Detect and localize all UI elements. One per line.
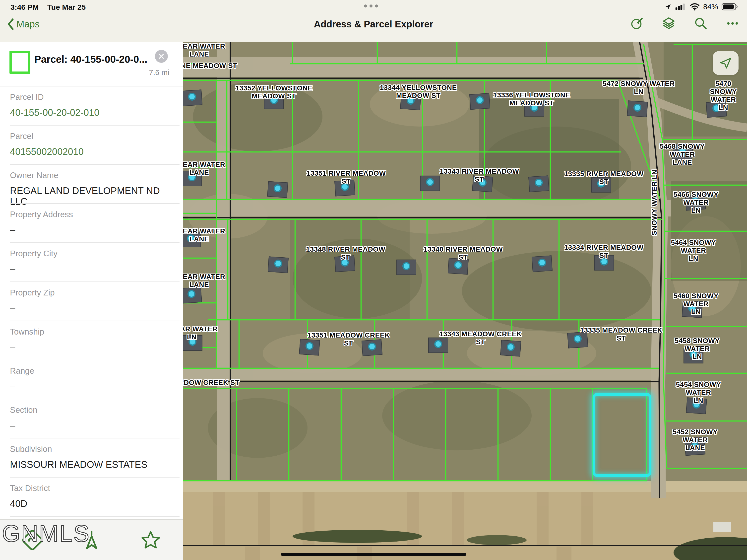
field-parcel: Parcel40155002002010 [0, 126, 183, 165]
layers-icon[interactable] [662, 17, 676, 30]
home-indicator[interactable] [281, 553, 466, 556]
map-street-label: 5460 SNOWY WATER LN [671, 292, 722, 316]
map-street-label: STONE MEADOW ST [183, 62, 237, 70]
location-active-icon [664, 3, 672, 10]
field-label: Range [10, 366, 178, 376]
distance-badge: 7.6 mi [134, 68, 169, 77]
field-label: Township [10, 327, 178, 336]
map-street-label: 13335 MEADOW CREEK ST [580, 326, 662, 342]
selected-parcel-highlight[interactable] [593, 393, 651, 477]
map-street-label: CLEAR WATER LANE [183, 161, 225, 177]
parcel-fields: Parcel ID40-155-00-20-02-010Parcel401550… [0, 86, 183, 517]
address-point [403, 262, 410, 270]
status-icons: 84% [664, 2, 738, 11]
address-point [454, 261, 462, 269]
address-point [274, 184, 282, 192]
field-value: 40D [10, 499, 178, 509]
map-street-label: 13343 RIVER MEADOW ST [440, 168, 519, 183]
multitasking-dots-icon[interactable] [364, 4, 378, 7]
wifi-icon [690, 3, 700, 10]
field-parcel-id: Parcel ID40-155-00-20-02-010 [0, 86, 183, 126]
map-street-label: 5464 SNOWY WATER LN [667, 239, 720, 262]
locate-icon[interactable] [80, 529, 103, 552]
panel-toolbar [0, 519, 183, 560]
address-point [187, 290, 196, 298]
draw-icon[interactable] [630, 17, 644, 30]
navigation-arrow-icon [719, 56, 732, 70]
field-value[interactable]: 40155002002010 [10, 147, 178, 157]
map-street-label: SNOWY WATER LN [650, 170, 659, 235]
map-street-label: 5468 SNOWY WATER LANE [650, 143, 715, 167]
map-street-label: 5470 SNOWY WATER LN [710, 80, 737, 111]
map-street-label: 13334 RIVER MEADOW ST [564, 244, 644, 260]
field-township: Township– [0, 321, 183, 360]
field-property-zip: Property Zip– [0, 282, 183, 321]
map-street-label: 13336 YELLOWSTONE MEADOW ST [493, 91, 570, 107]
field-value: – [10, 264, 178, 275]
map-street-label: 13343 MEADOW CREEK ST [439, 330, 522, 346]
status-date: Tue Mar 25 [47, 3, 86, 11]
status-time-date: 3:46 PM Tue Mar 25 [10, 3, 86, 11]
map-street-label: 13351 MEADOW CREEK ST [307, 331, 390, 347]
map-street-label: 13351 RIVER MEADOW ST [307, 170, 386, 185]
field-property-city: Property City– [0, 243, 183, 282]
map-street-label: 5452 SNOWY WATER LANE [669, 428, 721, 452]
field-value[interactable]: 40-155-00-20-02-010 [10, 107, 178, 118]
map-street-label: CLEAR WATER LN [183, 325, 217, 341]
field-owner-name: Owner NameREGAL LAND DEVELOPMENT ND LLC [0, 165, 183, 204]
parcel-panel: Parcel: 40-155-00-20-0... 7.6 mi Parcel … [0, 42, 183, 560]
directions-icon[interactable] [21, 529, 44, 552]
map-street-label: 5472 SNOWY WATER LN [602, 80, 675, 96]
field-label: Subdivision [10, 444, 178, 454]
map-street-label: CLEAR WATER LANE [183, 227, 225, 243]
address-point [535, 179, 543, 186]
top-bar: 3:46 PM Tue Mar 25 84% [0, 0, 747, 42]
field-label: Property Zip [10, 288, 178, 298]
battery-icon [722, 3, 738, 11]
search-icon[interactable] [694, 17, 708, 30]
map-street-label: 13340 RIVER MEADOW ST [423, 245, 503, 261]
field-range: Range– [0, 360, 183, 399]
field-subdivision: SubdivisionMISSOURI MEADOW ESTATES [0, 438, 183, 478]
field-value: – [10, 303, 178, 314]
address-point [188, 93, 196, 101]
parcel-card-title: Parcel: 40-155-00-20-0... [34, 54, 148, 65]
map-street-label: MEADOW CREEK ST [183, 379, 239, 387]
address-point [538, 259, 546, 266]
status-time: 3:46 PM [10, 3, 38, 11]
map-street-label: 13348 RIVER MEADOW ST [306, 245, 385, 261]
field-tax-district: Tax District40D [0, 478, 183, 517]
map-street-label: 13352 YELLOWSTONE MEADOW ST [235, 84, 312, 100]
field-label: Section [10, 405, 178, 415]
map-street-label: CLEAR WATER LANE [183, 273, 225, 289]
map-street-label: CLEAR WATER LANE [183, 42, 225, 58]
field-value: – [10, 420, 178, 431]
field-label: Parcel ID [10, 93, 178, 102]
address-point [476, 96, 484, 104]
screen: CLEAR WATER LANESTONE MEADOW ST13352 YEL… [0, 0, 747, 560]
map-street-label: 13344 YELLOWSTONE MEADOW ST [380, 84, 457, 100]
field-value: MISSOURI MEADOW ESTATES [10, 459, 178, 470]
map-view[interactable]: CLEAR WATER LANESTONE MEADOW ST13352 YEL… [183, 42, 747, 560]
field-label: Property City [10, 249, 178, 258]
close-icon[interactable] [155, 50, 168, 63]
field-property-address: Property Address– [0, 204, 183, 243]
favorite-icon[interactable] [139, 529, 162, 552]
address-point [274, 260, 282, 268]
field-value: – [10, 225, 178, 235]
locate-fab[interactable] [713, 51, 739, 75]
field-section: Section– [0, 399, 183, 438]
battery-percent: 84% [703, 2, 718, 11]
map-street-label: 5458 SNOWY WATER LN [672, 337, 722, 361]
parcel-card-header: Parcel: 40-155-00-20-0... 7.6 mi [0, 42, 183, 86]
address-point [634, 104, 641, 111]
field-value: – [10, 342, 178, 353]
parcel-shape-icon [9, 51, 30, 74]
field-label: Owner Name [10, 171, 178, 180]
map-street-label: 13335 RIVER MEADOW ST [564, 170, 644, 186]
field-label: Parcel [10, 131, 178, 141]
address-point [426, 178, 434, 186]
more-icon[interactable] [726, 17, 740, 30]
field-label: Tax District [10, 484, 178, 493]
aerial-basemap [183, 42, 747, 560]
